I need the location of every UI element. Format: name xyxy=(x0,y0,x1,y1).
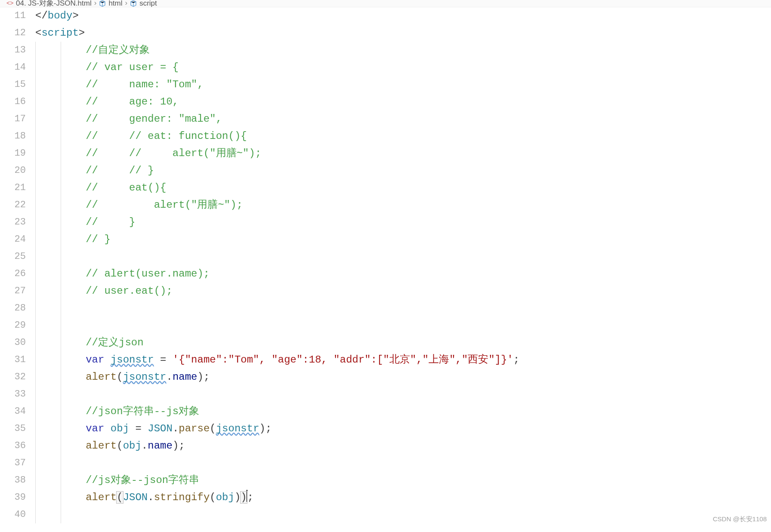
line-number: 12 xyxy=(0,25,35,42)
breadcrumb-separator: › xyxy=(125,0,128,6)
line-number: 22 xyxy=(0,197,35,214)
watermark: CSDN @长安1108 xyxy=(713,510,767,528)
code-line[interactable]: // alert("用膳~"); xyxy=(35,197,771,214)
svg-text:<>: <> xyxy=(6,0,13,6)
line-number: 21 xyxy=(0,179,35,197)
line-number: 35 xyxy=(0,420,35,437)
breadcrumb[interactable]: <> 04. JS-对象-JSON.html › html › script xyxy=(0,0,771,7)
code-line[interactable]: // alert(user.name); xyxy=(35,265,771,283)
line-number: 36 xyxy=(0,437,35,455)
code-line[interactable]: // age: 10, xyxy=(35,93,771,111)
code-line[interactable]: // var user = { xyxy=(35,59,771,76)
code-line[interactable]: // // } xyxy=(35,162,771,179)
code-line[interactable]: // } xyxy=(35,214,771,231)
cube-icon xyxy=(99,0,106,7)
code-area[interactable]: </body><script> //自定义对象 // var user = { … xyxy=(35,7,771,532)
line-number: 20 xyxy=(0,162,35,179)
code-line[interactable] xyxy=(35,506,771,523)
line-number: 34 xyxy=(0,403,35,420)
code-line[interactable]: // eat(){ xyxy=(35,179,771,197)
line-number: 40 xyxy=(0,506,35,523)
line-number: 28 xyxy=(0,300,35,317)
breadcrumb-file-label: 04. JS-对象-JSON.html xyxy=(16,0,92,6)
breadcrumb-node-label: script xyxy=(139,0,157,6)
line-number: 37 xyxy=(0,455,35,472)
breadcrumb-separator: › xyxy=(94,0,97,6)
code-line[interactable]: alert(JSON.stringify(obj)); xyxy=(35,489,771,506)
line-number: 32 xyxy=(0,369,35,386)
code-line[interactable]: //自定义对象 xyxy=(35,42,771,59)
line-number: 39 xyxy=(0,489,35,506)
line-number-gutter: 1112131415161718192021222324252627282930… xyxy=(0,7,35,532)
line-number: 29 xyxy=(0,317,35,334)
code-line[interactable]: alert(obj.name); xyxy=(35,437,771,455)
line-number: 17 xyxy=(0,111,35,128)
line-number: 26 xyxy=(0,265,35,283)
code-line[interactable]: <script> xyxy=(35,25,771,42)
code-line[interactable]: // name: "Tom", xyxy=(35,76,771,93)
code-line[interactable]: // gender: "male", xyxy=(35,111,771,128)
code-line[interactable]: </body> xyxy=(35,7,771,25)
code-line[interactable] xyxy=(35,248,771,265)
code-line[interactable]: //json字符串--js对象 xyxy=(35,403,771,420)
code-line[interactable]: alert(jsonstr.name); xyxy=(35,369,771,386)
code-editor[interactable]: 1112131415161718192021222324252627282930… xyxy=(0,7,771,532)
code-line[interactable]: // } xyxy=(35,231,771,248)
cube-icon xyxy=(130,0,137,7)
line-number: 13 xyxy=(0,42,35,59)
code-line[interactable] xyxy=(35,455,771,472)
breadcrumb-file[interactable]: <> 04. JS-对象-JSON.html xyxy=(6,0,92,7)
line-number: 18 xyxy=(0,128,35,145)
line-number: 38 xyxy=(0,472,35,489)
line-number: 14 xyxy=(0,59,35,76)
line-number: 25 xyxy=(0,248,35,265)
code-line[interactable]: //js对象--json字符串 xyxy=(35,472,771,489)
breadcrumb-node-html[interactable]: html xyxy=(99,0,122,7)
code-line[interactable] xyxy=(35,386,771,403)
code-line[interactable]: var jsonstr = '{"name":"Tom", "age":18, … xyxy=(35,351,771,369)
code-line[interactable]: var obj = JSON.parse(jsonstr); xyxy=(35,420,771,437)
code-line[interactable]: //定义json xyxy=(35,334,771,351)
code-line[interactable]: // // alert("用膳~"); xyxy=(35,145,771,162)
line-number: 24 xyxy=(0,231,35,248)
code-file-icon: <> xyxy=(6,0,13,7)
line-number: 19 xyxy=(0,145,35,162)
line-number: 27 xyxy=(0,283,35,300)
line-number: 31 xyxy=(0,351,35,369)
breadcrumb-node-label: html xyxy=(108,0,122,6)
line-number: 16 xyxy=(0,93,35,111)
line-number: 11 xyxy=(0,7,35,25)
code-line[interactable] xyxy=(35,317,771,334)
code-line[interactable]: // user.eat(); xyxy=(35,283,771,300)
code-line[interactable]: // // eat: function(){ xyxy=(35,128,771,145)
line-number: 30 xyxy=(0,334,35,351)
breadcrumb-node-script[interactable]: script xyxy=(130,0,157,7)
line-number: 23 xyxy=(0,214,35,231)
code-line[interactable] xyxy=(35,300,771,317)
line-number: 33 xyxy=(0,386,35,403)
line-number: 15 xyxy=(0,76,35,93)
